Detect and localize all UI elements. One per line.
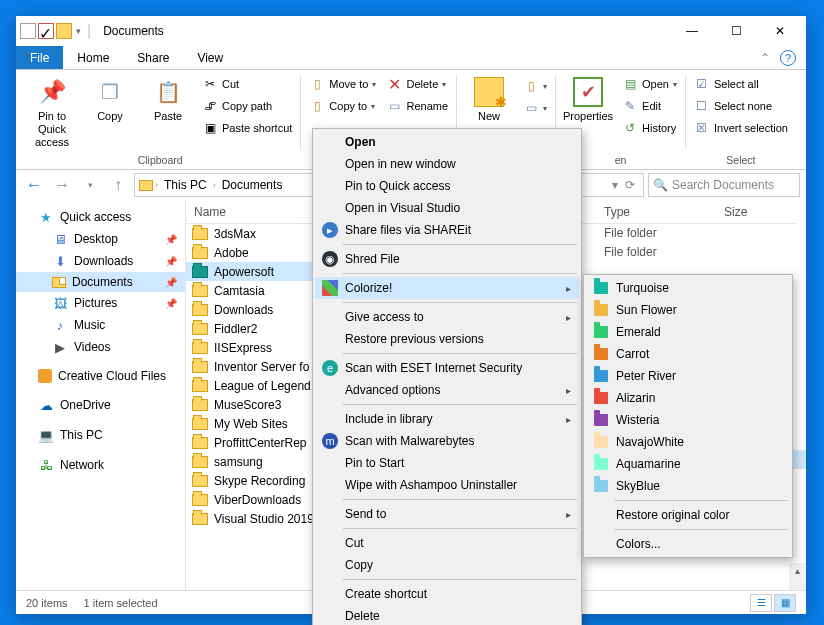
ctx-create-shortcut[interactable]: Create shortcut [315, 583, 579, 605]
ctx-shred[interactable]: ◉Shred File [315, 248, 579, 270]
chevron-right-icon[interactable]: › [155, 180, 158, 190]
ctx-eset[interactable]: eScan with ESET Internet Security [315, 357, 579, 379]
qat-icon-1[interactable] [20, 23, 36, 39]
ctx-pin-quick[interactable]: Pin to Quick access [315, 175, 579, 197]
pin-quick-button[interactable]: 📌 Pin to Quick access [24, 72, 80, 152]
ctx-restore-versions[interactable]: Restore previous versions [315, 328, 579, 350]
color-navajowhite[interactable]: NavajoWhite [586, 431, 790, 453]
color-name: NavajoWhite [616, 435, 684, 449]
ctx-colorize[interactable]: Colorize!▸ [315, 277, 579, 299]
tab-share[interactable]: Share [123, 46, 183, 69]
delete-button[interactable]: ✕Delete▾ [384, 74, 450, 94]
minimize-button[interactable]: — [670, 16, 714, 46]
invert-selection-button[interactable]: ☒Invert selection [692, 118, 790, 138]
crumb-this-pc[interactable]: This PC [160, 178, 211, 192]
nav-downloads[interactable]: ⬇Downloads📌 [16, 250, 185, 272]
ctx-advanced[interactable]: Advanced options▸ [315, 379, 579, 401]
new-folder-button[interactable]: New [461, 72, 517, 125]
paste-button[interactable]: 📋 Paste [140, 72, 196, 125]
move-to-button[interactable]: ▯Move to▾ [307, 74, 378, 94]
nav-quick-access[interactable]: ★Quick access [16, 206, 185, 228]
search-input[interactable]: 🔍Search Documents [648, 173, 800, 197]
nav-music[interactable]: ♪Music [16, 314, 185, 336]
color-alizarin[interactable]: Alizarin [586, 387, 790, 409]
nav-up-button[interactable]: ↑ [106, 173, 130, 197]
color-turquoise[interactable]: Turquoise [586, 277, 790, 299]
select-none-button[interactable]: ☐Select none [692, 96, 790, 116]
type-value: File folder [596, 224, 716, 243]
ctx-open-vs[interactable]: Open in Visual Studio [315, 197, 579, 219]
rename-button[interactable]: ▭Rename [384, 96, 450, 116]
nav-network[interactable]: 🖧Network [16, 454, 185, 476]
ctx-wipe[interactable]: Wipe with Ashampoo Uninstaller [315, 474, 579, 496]
close-button[interactable]: ✕ [758, 16, 802, 46]
ctx-open-new-window[interactable]: Open in new window [315, 153, 579, 175]
color-wisteria[interactable]: Wisteria [586, 409, 790, 431]
nav-creative-cloud[interactable]: Creative Cloud Files [16, 366, 185, 386]
view-details-icon[interactable]: ☰ [750, 594, 772, 612]
ctx-colors-more[interactable]: Colors... [586, 533, 790, 555]
tab-home[interactable]: Home [63, 46, 123, 69]
color-emerald[interactable]: Emerald [586, 321, 790, 343]
col-size[interactable]: Size [716, 200, 796, 224]
tab-file[interactable]: File [16, 46, 63, 69]
nav-pictures[interactable]: 🖼Pictures📌 [16, 292, 185, 314]
nav-onedrive[interactable]: ☁OneDrive [16, 394, 185, 416]
scrollbar[interactable] [789, 563, 806, 590]
edit-button[interactable]: ✎Edit [620, 96, 679, 116]
ctx-open[interactable]: Open [315, 131, 579, 153]
qat-icon-2[interactable]: ✓ [38, 23, 54, 39]
ribbon-collapse-icon[interactable]: ⌃ [760, 51, 770, 65]
refresh-icon[interactable]: ⟳ [625, 178, 635, 192]
ctx-malwarebytes[interactable]: mScan with Malwarebytes [315, 430, 579, 452]
color-peter-river[interactable]: Peter River [586, 365, 790, 387]
ctx-include-library[interactable]: Include in library▸ [315, 408, 579, 430]
ctx-give-access[interactable]: Give access to▸ [315, 306, 579, 328]
pin-icon: 📌 [165, 234, 177, 245]
easy-access-dd[interactable]: ▭▾ [521, 98, 549, 118]
cut-button[interactable]: ✂Cut [200, 74, 294, 94]
qat-overflow-icon[interactable]: ▾ [76, 26, 81, 36]
nav-documents[interactable]: Documents📌 [16, 272, 185, 292]
tab-view[interactable]: View [183, 46, 237, 69]
copy-to-button[interactable]: ▯Copy to▾ [307, 96, 378, 116]
new-item-dd[interactable]: ▯▾ [521, 76, 549, 96]
nav-desktop[interactable]: 🖥Desktop📌 [16, 228, 185, 250]
ctx-copy[interactable]: Copy [315, 554, 579, 576]
help-icon[interactable]: ? [780, 50, 796, 66]
copy-path-button[interactable]: 🖇Copy path [200, 96, 294, 116]
nav-forward-button[interactable]: → [50, 173, 74, 197]
download-icon: ⬇ [52, 253, 68, 269]
ctx-pin-start[interactable]: Pin to Start [315, 452, 579, 474]
qat-folder-icon[interactable] [56, 23, 72, 39]
maximize-button[interactable]: ☐ [714, 16, 758, 46]
properties-button[interactable]: Properties [560, 72, 616, 125]
copy-button[interactable]: ❐ Copy [82, 72, 138, 125]
crumb-documents[interactable]: Documents [218, 178, 287, 192]
color-sun-flower[interactable]: Sun Flower [586, 299, 790, 321]
file-name: Downloads [214, 303, 273, 317]
col-type[interactable]: Type [596, 200, 716, 224]
color-carrot[interactable]: Carrot [586, 343, 790, 365]
malwarebytes-icon: m [321, 432, 339, 450]
ctx-send-to[interactable]: Send to▸ [315, 503, 579, 525]
history-button[interactable]: ↺History [620, 118, 679, 138]
view-icons-icon[interactable]: ▦ [774, 594, 796, 612]
ctx-cut[interactable]: Cut [315, 532, 579, 554]
ctx-restore-color[interactable]: Restore original color [586, 504, 790, 526]
nav-videos[interactable]: ▶Videos [16, 336, 185, 358]
addr-dropdown-icon[interactable]: ▾ ⟳ [612, 178, 639, 192]
color-aquamarine[interactable]: Aquamarine [586, 453, 790, 475]
ctx-shareit[interactable]: ▸Share files via SHAREit [315, 219, 579, 241]
nav-recent-button[interactable]: ▾ [78, 173, 102, 197]
chevron-right-icon[interactable]: › [213, 180, 216, 190]
pin-icon: 📌 [165, 256, 177, 267]
color-skyblue[interactable]: SkyBlue [586, 475, 790, 497]
nav-back-button[interactable]: ← [22, 173, 46, 197]
open-button[interactable]: ▤Open▾ [620, 74, 679, 94]
ctx-delete[interactable]: Delete [315, 605, 579, 625]
select-all-button[interactable]: ☑Select all [692, 74, 790, 94]
nav-this-pc[interactable]: 💻This PC [16, 424, 185, 446]
paste-shortcut-button[interactable]: ▣Paste shortcut [200, 118, 294, 138]
video-icon: ▶ [52, 339, 68, 355]
